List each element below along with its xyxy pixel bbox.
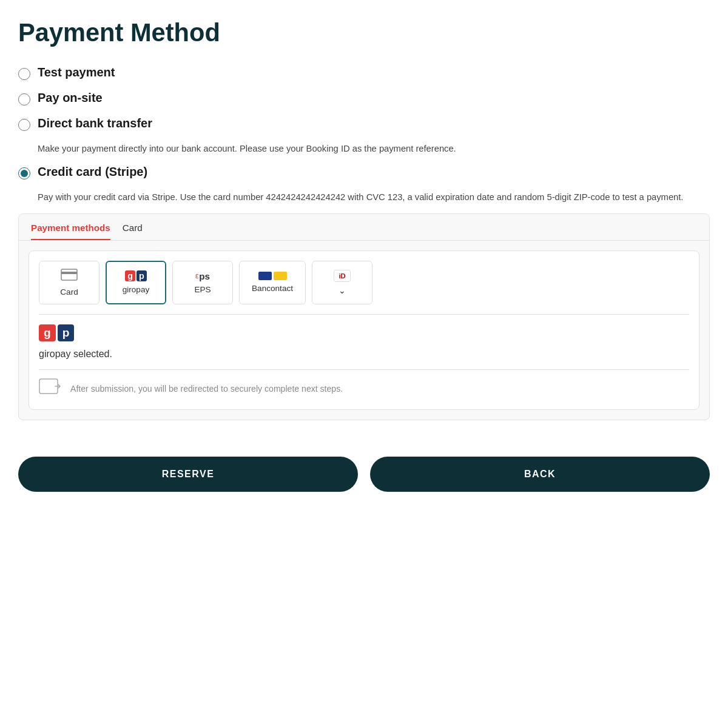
radio-direct-bank[interactable] [18, 119, 30, 131]
eps-icon-text: ps [199, 271, 210, 281]
payment-method-grid: Card g p giropay ε ps EPS [39, 261, 689, 304]
redirect-icon [39, 378, 63, 400]
payment-option-test: Test payment [18, 65, 710, 80]
bottom-actions: RESERVE BACK [18, 438, 710, 510]
card-label: Card [60, 287, 78, 297]
more-icon: iD [334, 270, 351, 282]
label-pay-onsite[interactable]: Pay on-site [38, 91, 103, 105]
label-test-payment[interactable]: Test payment [38, 65, 115, 79]
bank-transfer-description: Make your payment directly into our bank… [38, 142, 710, 155]
tab-payment-methods[interactable]: Payment methods [31, 223, 110, 240]
svg-rect-0 [61, 269, 77, 280]
giropay-g: g [125, 270, 135, 281]
stripe-tabs: Payment methods Card [19, 214, 709, 241]
label-direct-bank[interactable]: Direct bank transfer [38, 116, 152, 130]
tab-card[interactable]: Card [123, 223, 143, 240]
method-card-bancontact[interactable]: Bancontact [239, 261, 306, 304]
bancontact-label: Bancontact [252, 284, 293, 293]
back-button[interactable]: BACK [370, 457, 710, 492]
method-card-eps[interactable]: ε ps EPS [172, 261, 233, 304]
svg-rect-1 [61, 272, 77, 274]
ideal-logo: iD [334, 270, 351, 282]
payment-option-onsite: Pay on-site [18, 91, 710, 106]
more-chevron: ⌄ [339, 286, 346, 295]
redirect-info: After submission, you will be redirected… [39, 369, 689, 400]
eps-logo: ε ps [195, 271, 210, 281]
giropay-g-large: g [39, 324, 56, 341]
bancontact-blue [258, 272, 272, 280]
label-credit-card[interactable]: Credit card (Stripe) [38, 165, 147, 179]
method-card-card[interactable]: Card [39, 261, 99, 304]
stripe-description: Pay with your credit card via Stripe. Us… [38, 190, 710, 204]
radio-credit-card[interactable] [18, 167, 30, 179]
giropay-selected-label: giropay selected. [39, 349, 689, 360]
page-title: Payment Method [18, 18, 710, 47]
payment-option-stripe: Credit card (Stripe) [18, 165, 710, 179]
giropay-p-large: p [58, 324, 75, 341]
reserve-button[interactable]: RESERVE [18, 457, 358, 492]
method-card-more[interactable]: iD ⌄ [312, 261, 372, 304]
giropay-p: p [136, 270, 147, 281]
radio-test-payment[interactable] [18, 68, 30, 80]
method-card-giropay[interactable]: g p giropay [106, 261, 166, 304]
stripe-section: Payment methods Card Card g p [18, 213, 710, 420]
eps-icon-e: ε [195, 272, 198, 280]
giropay-logo-large: g p [39, 324, 689, 341]
redirect-text: After submission, you will be redirected… [70, 384, 343, 394]
payment-option-bank: Direct bank transfer [18, 116, 710, 131]
eps-label: EPS [194, 285, 211, 294]
radio-pay-onsite[interactable] [18, 93, 30, 106]
selected-payment-info: g p giropay selected. After submission, … [39, 314, 689, 400]
bancontact-yellow [274, 272, 287, 280]
card-icon [61, 269, 78, 283]
giropay-label: giropay [123, 285, 150, 294]
payment-cards-area: Card g p giropay ε ps EPS [29, 250, 699, 409]
giropay-logo-small: g p [125, 270, 147, 281]
bancontact-logo [258, 272, 287, 280]
